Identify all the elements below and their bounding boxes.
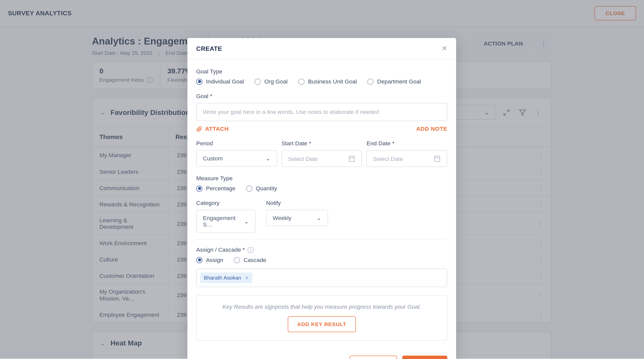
add-note-button[interactable]: ADD NOTE	[416, 125, 448, 132]
svg-rect-4	[349, 156, 355, 161]
calendar-icon	[434, 155, 441, 162]
goal-type-option[interactable]: Business Unit Goal	[298, 78, 357, 85]
assignee-chip-input[interactable]: Bharath Asokan ✕	[196, 268, 447, 287]
save-button[interactable]: SAVE	[402, 355, 447, 359]
measure-type-option[interactable]: Percentage	[196, 185, 235, 192]
period-value: Custom	[203, 155, 223, 162]
notify-label: Notify	[266, 200, 328, 206]
category-select[interactable]: Engagement S… ⌄	[196, 210, 255, 233]
radio-icon	[368, 78, 374, 85]
radio-icon	[196, 257, 203, 263]
goal-label: Goal *	[196, 93, 447, 99]
radio-label: Org Goal	[264, 78, 288, 85]
chip-remove-icon[interactable]: ✕	[245, 275, 249, 281]
radio-label: Cascade	[244, 257, 266, 263]
key-result-hint: Key Results are signposts that help you …	[205, 303, 439, 310]
radio-icon	[234, 257, 240, 263]
radio-icon	[196, 78, 203, 85]
radio-icon	[255, 78, 261, 85]
category-value: Engagement S…	[203, 215, 244, 228]
notify-select[interactable]: Weekly ⌄	[266, 210, 328, 226]
assign-label-text: Assign / Cascade *	[196, 246, 245, 253]
assign-cascade-label: Assign / Cascade * i	[196, 246, 447, 253]
modal-close-button[interactable]: ✕	[441, 44, 447, 53]
period-label: Period	[196, 140, 277, 147]
goal-type-option[interactable]: Individual Goal	[196, 78, 244, 85]
radio-label: Quantity	[256, 185, 277, 192]
radio-icon	[298, 78, 305, 85]
measure-type-label: Measure Type	[196, 175, 447, 182]
goal-type-option[interactable]: Department Goal	[368, 78, 421, 85]
end-date-input[interactable]: Select Date	[367, 150, 447, 167]
attach-icon	[196, 126, 203, 132]
radio-label: Assign	[206, 257, 223, 263]
calendar-icon	[348, 155, 355, 162]
radio-icon	[246, 185, 252, 192]
start-date-placeholder: Select Date	[288, 155, 318, 162]
period-select[interactable]: Custom ⌄	[196, 150, 277, 166]
cancel-button[interactable]: CANCEL	[350, 355, 397, 359]
assignee-chip: Bharath Asokan ✕	[200, 273, 252, 283]
svg-rect-8	[434, 156, 440, 161]
goal-type-label: Goal Type	[196, 68, 447, 75]
chevron-down-icon: ⌄	[244, 218, 249, 225]
chip-label: Bharath Asokan	[204, 275, 241, 281]
modal-title: CREATE	[196, 45, 222, 52]
measure-type-option[interactable]: Quantity	[246, 185, 277, 192]
chevron-down-icon: ⌄	[316, 215, 321, 221]
add-key-result-button[interactable]: ADD KEY RESULT	[288, 316, 355, 332]
radio-label: Individual Goal	[206, 78, 244, 85]
radio-icon	[196, 185, 203, 192]
goal-type-option[interactable]: Org Goal	[255, 78, 288, 85]
attach-button[interactable]: ATTACH	[196, 125, 229, 132]
radio-label: Percentage	[206, 185, 235, 192]
goal-input[interactable]	[196, 103, 447, 121]
category-label: Category	[196, 200, 255, 206]
create-modal: CREATE ✕ Goal Type Individual GoalOrg Go…	[187, 38, 456, 359]
end-date-label: End Date *	[367, 140, 447, 147]
notify-value: Weekly	[273, 215, 291, 221]
close-icon: ✕	[441, 44, 447, 52]
end-date-placeholder: Select Date	[373, 155, 403, 162]
assign-option[interactable]: Cascade	[234, 257, 266, 263]
assign-option[interactable]: Assign	[196, 257, 223, 263]
start-date-input[interactable]: Select Date	[281, 150, 362, 167]
radio-label: Department Goal	[377, 78, 421, 85]
start-date-label: Start Date *	[281, 140, 362, 147]
chevron-down-icon: ⌄	[265, 155, 270, 162]
attach-label: ATTACH	[205, 125, 229, 132]
radio-label: Business Unit Goal	[308, 78, 357, 85]
info-icon[interactable]: i	[248, 247, 254, 253]
